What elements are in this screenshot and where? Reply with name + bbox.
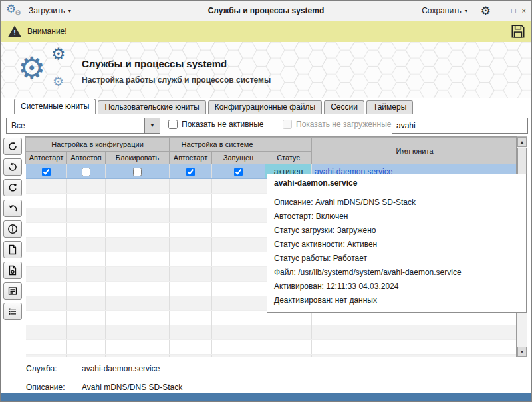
column-header-running[interactable]: Запущен [212, 152, 265, 164]
tooltip-load-status: Статус загрузки: Загружено [274, 224, 519, 238]
tab-sessions[interactable]: Сессии [324, 100, 364, 114]
column-header-block[interactable]: Блокировать [106, 152, 170, 164]
show-inactive-checkbox[interactable]: Показать не активные [168, 120, 264, 129]
tab-system-units[interactable]: Системные юниты [14, 99, 96, 114]
empty-cell [67, 194, 106, 208]
scroll-up-button[interactable]: ▲ [517, 137, 527, 147]
save-button-label: Сохранить [422, 6, 462, 15]
tab-user-units[interactable]: Пользовательские юниты [98, 100, 205, 114]
cell-block [106, 164, 170, 179]
filter-bar: Все ▼ Показать не активные Показать не з… [1, 116, 531, 135]
show-unloaded-label: Показать не загруженные [296, 120, 391, 129]
empty-cell [26, 252, 67, 267]
empty-cell [67, 282, 106, 296]
unit-file-button[interactable] [3, 241, 22, 258]
reload-button[interactable] [3, 179, 22, 196]
empty-cell [170, 296, 212, 311]
gear-icon-small: ⚙ [15, 9, 21, 17]
restart-button[interactable] [3, 158, 22, 176]
tab-timers[interactable]: Таймеры [366, 100, 413, 114]
settings-button[interactable]: ⚙ [481, 5, 491, 17]
group-header-config: Настройка в конфигурации [26, 138, 170, 152]
save-to-disk-button[interactable] [510, 23, 526, 39]
empty-cell [212, 282, 265, 296]
empty-cell [67, 179, 106, 194]
block-checkbox[interactable] [133, 168, 142, 176]
empty-cell [312, 325, 517, 340]
page-title: Службы и процессы systemd [82, 58, 227, 69]
close-button[interactable]: × [522, 7, 526, 15]
chevron-down-icon: ▾ [68, 8, 71, 14]
column-header-autostart-config[interactable]: Автостарт [26, 152, 67, 164]
tooltip-title: avahi-daemon.service [267, 174, 526, 192]
show-inactive-input[interactable] [168, 120, 178, 129]
empty-cell [67, 325, 106, 340]
refresh-icon [7, 141, 18, 152]
gear-icon: ⚙ [18, 53, 45, 83]
empty-cell [212, 340, 265, 355]
tooltip-deactivated: Деактивирован: нет данных [274, 294, 519, 307]
empty-cell [170, 325, 212, 340]
empty-cell [26, 267, 67, 282]
empty-cell [170, 179, 212, 194]
tab-config-files[interactable]: Конфигурационные файлы [208, 100, 322, 114]
running-checkbox[interactable] [234, 168, 243, 176]
empty-cell [26, 282, 67, 296]
empty-cell [26, 179, 67, 194]
empty-cell [170, 311, 212, 325]
empty-cell [106, 282, 170, 296]
table-row-empty[interactable] [26, 325, 517, 340]
empty-cell [106, 208, 170, 223]
tooltip-autostart: Автостарт: Включен [274, 210, 519, 224]
autostart-system-checkbox[interactable] [186, 168, 195, 176]
dropdown-arrow-icon[interactable]: ▼ [144, 118, 160, 133]
column-header-status[interactable]: Статус [265, 152, 312, 164]
status-header-spacer [265, 138, 312, 152]
empty-cell [312, 355, 517, 358]
empty-cell [212, 194, 265, 208]
cell-autostop [67, 164, 106, 179]
empty-cell [170, 223, 212, 238]
empty-cell [170, 194, 212, 208]
maximize-button[interactable]: □ [511, 7, 516, 15]
config-file-button[interactable] [3, 262, 22, 279]
empty-cell [212, 325, 265, 340]
empty-cell [26, 194, 67, 208]
refresh-button[interactable] [3, 138, 22, 155]
column-header-autostart-system[interactable]: Автостарт [170, 152, 212, 164]
empty-cell [106, 355, 170, 358]
journal-button[interactable] [3, 282, 22, 300]
column-header-unit-name[interactable]: Имя юнита [312, 138, 517, 164]
dependencies-button[interactable] [3, 303, 22, 320]
minimize-button[interactable]: ─ [500, 7, 505, 15]
app-icon: ⚙ ⚙ [6, 3, 23, 19]
unit-filter-select[interactable]: Все ▼ [6, 118, 160, 134]
cell-autostart-system [170, 164, 212, 179]
empty-cell [265, 325, 312, 340]
file-icon [7, 244, 18, 255]
table-row-empty[interactable] [26, 355, 517, 358]
empty-cell [212, 267, 265, 282]
info-button[interactable] [3, 220, 22, 238]
empty-cell [170, 355, 212, 358]
reload-icon [7, 182, 18, 193]
tooltip-description: Описание: Avahi mDNS/DNS SD-Stack [274, 196, 519, 210]
empty-cell [106, 252, 170, 267]
load-button[interactable]: Загрузить ▾ [23, 3, 76, 18]
empty-cell [170, 238, 212, 252]
column-header-autostop[interactable]: Автостоп [67, 152, 106, 164]
search-input[interactable] [392, 118, 528, 134]
autostart-config-checkbox[interactable] [42, 168, 51, 176]
description-label: Описание: [26, 383, 65, 392]
scroll-down-button[interactable]: ▼ [517, 347, 527, 357]
load-button-label: Загрузить [29, 6, 65, 15]
tab-bar: Системные юниты Пользовательские юниты К… [1, 98, 531, 114]
empty-cell [170, 208, 212, 223]
empty-cell [170, 340, 212, 355]
autostop-checkbox[interactable] [82, 168, 90, 176]
table-row-empty[interactable] [26, 340, 517, 355]
save-button[interactable]: Сохранить ▾ [416, 3, 473, 18]
show-unloaded-checkbox[interactable]: Показать не загруженные [283, 120, 391, 129]
cell-autostart-config [26, 164, 67, 179]
undo-button[interactable] [3, 200, 22, 217]
